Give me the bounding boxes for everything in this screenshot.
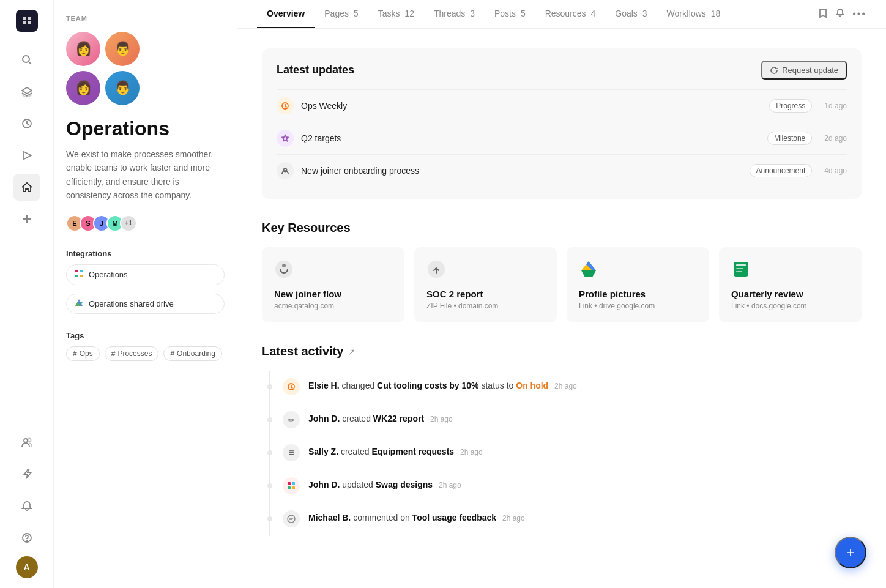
update-time-3: 4d ago	[824, 166, 847, 175]
gdrive-integration-button[interactable]: Operations shared drive	[66, 294, 225, 314]
user-avatar[interactable]: A	[16, 556, 38, 578]
svg-point-6	[28, 439, 31, 442]
tab-goals[interactable]: Goals 3	[605, 0, 657, 28]
people-nav-icon[interactable]	[13, 429, 40, 456]
top-nav: Overview Pages 5 Tasks 12 Threads 3 Post…	[237, 0, 886, 29]
team-avatar-2: 👨	[105, 32, 140, 66]
slack-icon	[74, 269, 84, 281]
svg-rect-26	[292, 486, 295, 489]
bookmark-icon[interactable]	[818, 8, 828, 21]
tab-overview[interactable]: Overview	[257, 0, 315, 28]
resource-card-3[interactable]: Profile pictures Link • drive.google.com	[567, 247, 709, 322]
activity-item-4: John D. updated Swag designs 2h ago	[269, 470, 862, 503]
tab-actions: •••	[818, 8, 866, 21]
activity-dot-3: ≡	[283, 444, 300, 461]
tags-list: # Ops # Processes # Onboarding	[66, 346, 225, 361]
tags-section: Tags # Ops # Processes # Onboarding	[66, 331, 225, 361]
activity-dot-5	[283, 510, 300, 527]
svg-rect-9	[75, 270, 78, 272]
update-name-2: Q2 targets	[301, 133, 760, 143]
resource-meta-3: Link • drive.google.com	[579, 302, 697, 310]
page-description: We exist to make processes smoother, ena…	[66, 147, 225, 203]
update-row-2[interactable]: Q2 targets Milestone 2d ago	[277, 122, 847, 154]
home-nav-icon[interactable]	[13, 174, 40, 201]
activity-section-header: Latest activity ↗	[262, 344, 862, 359]
update-row-3[interactable]: New joiner onboarding process Announceme…	[277, 154, 847, 187]
activity-dot-1	[283, 378, 300, 395]
help-nav-icon[interactable]	[13, 524, 40, 551]
gdrive-integration-label: Operations shared drive	[89, 299, 174, 308]
resources-grid: New joiner flow acme.qatalog.com SOC 2 r…	[262, 247, 862, 322]
layers-nav-icon[interactable]	[13, 78, 40, 105]
update-badge-3: Announcement	[750, 164, 813, 177]
tab-resources[interactable]: Resources 4	[535, 0, 606, 28]
resource-meta-4: Link • docs.google.com	[731, 302, 849, 310]
latest-updates-card: Latest updates Request update Ops Weekly…	[262, 48, 862, 199]
svg-point-16	[282, 264, 286, 267]
member-avatar-extra[interactable]: +1	[120, 215, 137, 232]
request-update-button[interactable]: Request update	[761, 61, 847, 80]
chart-nav-icon[interactable]	[13, 110, 40, 137]
tab-pages[interactable]: Pages 5	[315, 0, 368, 28]
tag-processes[interactable]: # Processes	[105, 346, 159, 361]
svg-rect-19	[736, 264, 746, 266]
svg-rect-24	[292, 482, 295, 485]
integrations-list: Operations Operations shared drive	[66, 264, 225, 319]
resource-icon-4	[731, 259, 753, 281]
tag-hash-icon: #	[170, 349, 174, 358]
update-row-1[interactable]: Ops Weekly Progress 1d ago	[277, 89, 847, 122]
app-logo[interactable]	[16, 10, 38, 32]
tab-workflows[interactable]: Workflows 18	[657, 0, 731, 28]
update-time-1: 1d ago	[824, 102, 847, 110]
refresh-icon	[770, 66, 778, 75]
bell-nav-icon[interactable]	[13, 493, 40, 519]
resource-name-3: Profile pictures	[579, 289, 697, 299]
svg-rect-21	[736, 271, 742, 272]
svg-rect-12	[80, 275, 83, 277]
update-badge-2: Milestone	[767, 132, 812, 145]
tab-tasks[interactable]: Tasks 12	[368, 0, 424, 28]
tags-label: Tags	[66, 331, 225, 340]
activity-text-4: John D. updated Swag designs 2h ago	[308, 478, 461, 491]
svg-point-15	[275, 261, 292, 278]
tag-onboarding[interactable]: # Onboarding	[163, 346, 222, 361]
update-badge-1: Progress	[769, 99, 812, 113]
main-content: Overview Pages 5 Tasks 12 Threads 3 Post…	[237, 0, 886, 588]
tag-ops[interactable]: # Ops	[66, 346, 100, 361]
bolt-nav-icon[interactable]	[13, 461, 40, 488]
resource-name-4: Quarterly review	[731, 289, 849, 299]
resource-card-2[interactable]: SOC 2 report ZIP File • domain.com	[414, 247, 557, 322]
svg-rect-25	[288, 486, 291, 489]
tab-threads[interactable]: Threads 3	[424, 0, 485, 28]
page-title: Operations	[66, 117, 225, 140]
svg-point-8	[26, 540, 28, 541]
activity-item-5: Michael B. commented on Tool usage feedb…	[269, 503, 862, 536]
sidebar: TEAM 👩 👨 👩 👨 Operations We exist to make…	[54, 0, 237, 588]
tab-posts[interactable]: Posts 5	[485, 0, 535, 28]
more-options-icon[interactable]: •••	[852, 9, 866, 20]
activity-dot-2: ✏	[283, 411, 300, 428]
fab-button[interactable]: +	[835, 537, 866, 568]
svg-rect-20	[736, 268, 743, 269]
resource-icon-2	[426, 259, 449, 281]
activity-text-2: John D. created WK22 report 2h ago	[308, 412, 453, 425]
activity-text-1: Elsie H. changed Cut tooling costs by 10…	[308, 379, 577, 392]
resource-icon-1	[274, 259, 296, 281]
activity-text-3: Sally Z. created Equipment requests 2h a…	[308, 445, 483, 458]
updates-title: Latest updates	[277, 64, 354, 76]
play-nav-icon[interactable]	[13, 142, 40, 169]
plus-nav-icon[interactable]	[13, 206, 40, 233]
slack-integration-button[interactable]: Operations	[66, 264, 225, 285]
search-nav-icon[interactable]	[13, 47, 40, 73]
svg-line-1	[29, 62, 31, 64]
resource-name-1: New joiner flow	[274, 289, 392, 299]
activity-list: Elsie H. changed Cut tooling costs by 10…	[262, 371, 862, 536]
activity-external-link-icon[interactable]: ↗	[348, 347, 356, 357]
activity-item-1: Elsie H. changed Cut tooling costs by 10…	[269, 371, 862, 404]
activity-dot-4	[283, 477, 300, 494]
activity-item-2: ✏ John D. created WK22 report 2h ago	[269, 404, 862, 437]
resource-card-4[interactable]: Quarterly review Link • docs.google.com	[719, 247, 862, 322]
updates-header: Latest updates Request update	[277, 61, 847, 80]
notification-icon[interactable]	[835, 8, 845, 21]
resource-card-1[interactable]: New joiner flow acme.qatalog.com	[262, 247, 404, 322]
